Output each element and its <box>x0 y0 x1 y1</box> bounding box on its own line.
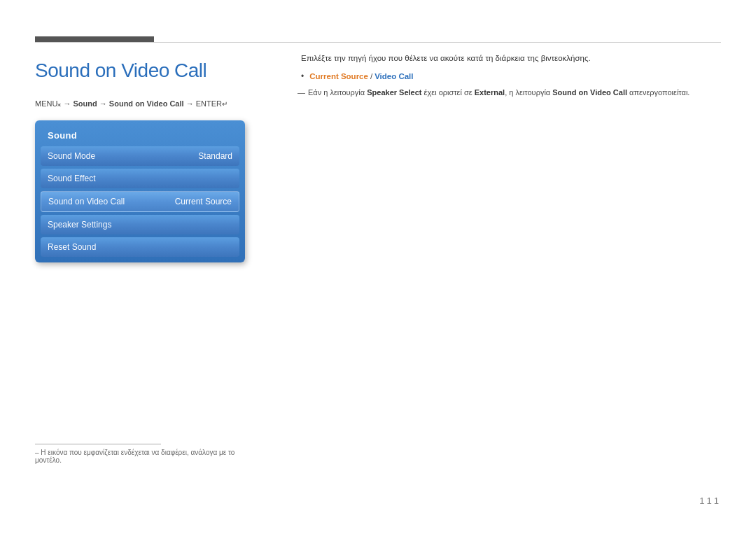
options-divider: / <box>370 72 372 80</box>
right-column: Επιλέξτε την πηγή ήχου που θέλετε να ακο… <box>301 52 721 99</box>
footer-note: – Η εικόνα που εμφανίζεται ενδέχεται να … <box>35 444 245 464</box>
top-rule <box>35 42 721 43</box>
breadcrumb: MENU⁎ → Sound → Sound on Video Call → EN… <box>35 99 301 108</box>
note-bold-speaker-select: Speaker Select <box>367 88 421 97</box>
option-video-call: Video Call <box>374 72 413 80</box>
menu-item-reset-sound-label: Reset Sound <box>48 242 96 252</box>
page-title: Sound on Video Call <box>35 59 301 82</box>
options-line: • Current Source / Video Call <box>301 71 721 81</box>
left-column: Sound on Video Call MENU⁎ → Sound → Soun… <box>35 52 301 262</box>
footer-text: – Η εικόνα που εμφανίζεται ενδέχεται να … <box>35 449 245 464</box>
menu-item-sound-on-video-call[interactable]: Sound on Video Call Current Source <box>41 191 239 212</box>
menu-item-sound-mode[interactable]: Sound Mode Standard <box>41 146 239 166</box>
menu-header: Sound <box>41 126 239 146</box>
menu-item-speaker-settings-label: Speaker Settings <box>48 220 111 230</box>
sound-menu: Sound Sound Mode Standard Sound Effect S… <box>35 120 245 262</box>
note-bold-external: External <box>475 88 505 97</box>
menu-item-sound-effect-label: Sound Effect <box>48 174 96 183</box>
menu-item-sound-on-video-call-value: Current Source <box>175 197 232 206</box>
menu-item-sound-mode-value: Standard <box>198 151 232 161</box>
menu-item-speaker-settings[interactable]: Speaker Settings <box>41 215 239 234</box>
description-text: Επιλέξτε την πηγή ήχου που θέλετε να ακο… <box>301 52 721 64</box>
bullet-icon: • <box>301 71 304 81</box>
note-bold-sound-on-video: Sound on Video Call <box>552 88 627 97</box>
menu-item-sound-on-video-call-label: Sound on Video Call <box>48 197 125 206</box>
note-line: Εάν η λειτουργία Speaker Select έχει ορι… <box>301 87 721 99</box>
option-current-source: Current Source <box>309 72 368 80</box>
menu-item-sound-effect[interactable]: Sound Effect <box>41 169 239 188</box>
footer-line <box>35 444 161 444</box>
page-number: 111 <box>699 496 721 506</box>
menu-item-reset-sound[interactable]: Reset Sound <box>41 237 239 257</box>
menu-item-sound-mode-label: Sound Mode <box>48 151 95 161</box>
breadcrumb-text: MENU⁎ → Sound → Sound on Video Call → EN… <box>35 99 227 108</box>
